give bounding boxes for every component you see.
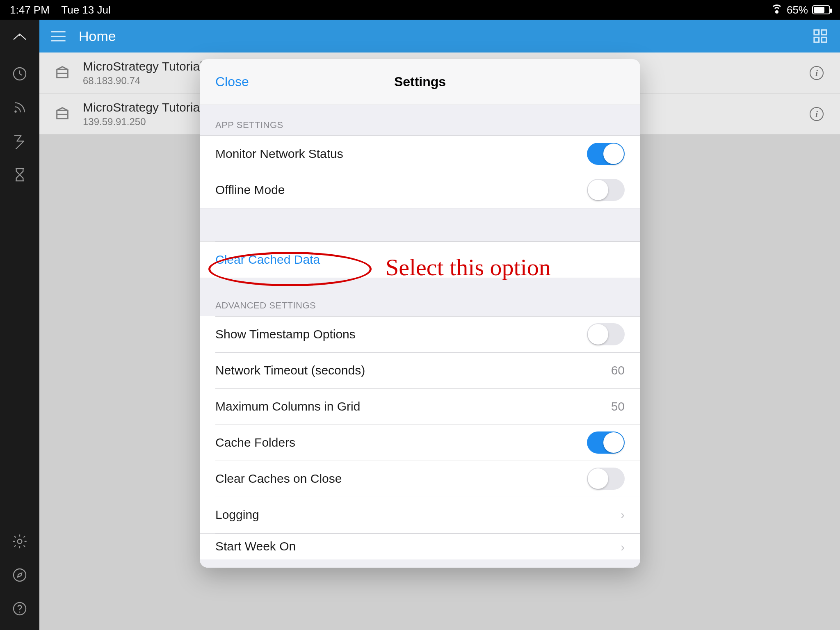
offline-icon[interactable] <box>11 132 29 150</box>
server-subtitle: 139.59.91.250 <box>83 116 203 128</box>
monitor-network-toggle[interactable] <box>587 143 625 165</box>
clear-cached-data-button[interactable]: Clear Cached Data <box>200 242 640 278</box>
settings-icon[interactable] <box>11 532 29 550</box>
clear-caches-on-close-toggle[interactable] <box>587 468 625 490</box>
show-timestamp-row: Show Timestamp Options <box>200 316 640 352</box>
row-label: Show Timestamp Options <box>215 327 356 341</box>
app-settings-section-label: APP SETTINGS <box>200 105 640 135</box>
subscriptions-icon[interactable] <box>11 98 29 116</box>
modal-title: Settings <box>200 74 640 89</box>
recents-icon[interactable] <box>11 65 29 83</box>
status-date: Tue 13 Jul <box>61 4 110 16</box>
row-value: 50 <box>611 399 625 413</box>
row-label: Clear Cached Data <box>215 253 320 267</box>
row-label: Cache Folders <box>215 436 295 450</box>
logging-row[interactable]: Logging › <box>200 497 640 533</box>
svg-rect-6 <box>814 30 819 35</box>
advanced-settings-section-label: ADVANCED SETTINGS <box>200 278 640 316</box>
menu-icon[interactable] <box>51 28 67 44</box>
status-bar: 1:47 PM Tue 13 Jul 65% <box>0 0 840 20</box>
row-label: Maximum Columns in Grid <box>215 399 360 413</box>
row-label: Logging <box>215 508 259 522</box>
svg-point-5 <box>19 612 21 613</box>
row-value: 60 <box>611 363 625 377</box>
svg-rect-7 <box>822 30 826 35</box>
svg-rect-8 <box>814 37 819 42</box>
server-subtitle: 68.183.90.74 <box>83 75 203 87</box>
row-label: Monitor Network Status <box>215 147 343 161</box>
info-icon[interactable]: i <box>810 107 824 121</box>
compass-icon[interactable] <box>11 566 29 584</box>
max-columns-row[interactable]: Maximum Columns in Grid 50 <box>200 388 640 425</box>
cache-folders-row: Cache Folders <box>200 425 640 461</box>
chevron-right-icon: › <box>621 508 625 522</box>
server-icon <box>54 64 71 82</box>
server-title: MicroStrategy Tutorial <box>83 59 203 73</box>
app-header: Home <box>39 20 840 52</box>
help-icon[interactable] <box>11 600 29 618</box>
clear-caches-on-close-row: Clear Caches on Close <box>200 461 640 497</box>
battery-percent: 65% <box>787 4 808 16</box>
row-label: Network Timeout (seconds) <box>215 363 365 377</box>
status-time: 1:47 PM <box>10 4 50 16</box>
row-label: Start Week On <box>215 539 296 553</box>
info-icon[interactable]: i <box>810 66 824 80</box>
wifi-icon <box>771 5 783 14</box>
sidebar <box>0 20 39 630</box>
row-label: Offline Mode <box>215 183 285 197</box>
home-icon[interactable] <box>11 31 29 49</box>
offline-mode-row: Offline Mode <box>200 172 640 208</box>
svg-point-3 <box>14 569 26 581</box>
grid-view-icon[interactable] <box>812 28 829 44</box>
modal-header: Close Settings <box>200 59 640 105</box>
start-week-on-row[interactable]: Start Week On › <box>200 533 640 559</box>
server-icon <box>54 105 71 123</box>
close-button[interactable]: Close <box>200 74 249 89</box>
network-timeout-row[interactable]: Network Timeout (seconds) 60 <box>200 352 640 388</box>
server-title: MicroStrategy Tutorial <box>83 100 203 114</box>
chevron-right-icon: › <box>621 540 625 554</box>
offline-mode-toggle[interactable] <box>587 179 625 201</box>
pending-icon[interactable] <box>11 166 29 184</box>
svg-rect-9 <box>822 37 826 42</box>
battery-icon <box>812 5 830 14</box>
svg-point-1 <box>14 110 16 112</box>
row-label: Clear Caches on Close <box>215 472 342 486</box>
monitor-network-row: Monitor Network Status <box>200 136 640 172</box>
settings-modal: Close Settings APP SETTINGS Monitor Netw… <box>200 59 640 568</box>
show-timestamp-toggle[interactable] <box>587 323 625 345</box>
svg-point-2 <box>18 539 22 544</box>
page-title: Home <box>79 28 116 44</box>
cache-folders-toggle[interactable] <box>587 431 625 454</box>
